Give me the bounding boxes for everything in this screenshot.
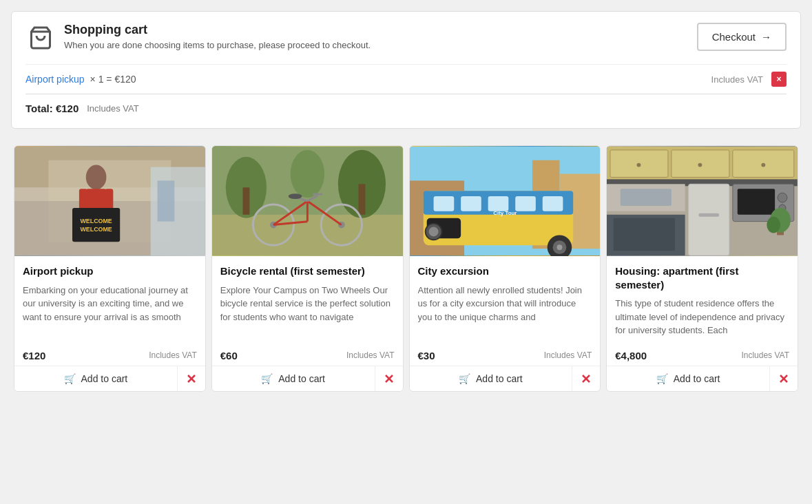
product-body-excursion: City excursion Attention all newly enrol… (410, 256, 601, 343)
svg-rect-80 (614, 218, 675, 251)
product-image-bicycle (212, 146, 403, 256)
add-to-cart-label-airport: Add to cart (81, 373, 128, 384)
svg-rect-13 (158, 180, 175, 221)
product-price-row-excursion: €30 Includes VAT (410, 343, 601, 366)
product-vat-excursion: Includes VAT (544, 350, 592, 360)
remove-x-icon-airport (187, 374, 196, 384)
svg-point-34 (288, 193, 302, 199)
product-body-airport: Airport pickup Embarking on your educati… (14, 256, 205, 343)
checkout-arrow-icon: → (761, 31, 771, 43)
svg-rect-21 (358, 184, 365, 214)
svg-point-53 (556, 244, 562, 250)
cart-total-label: Total: €120 (25, 103, 79, 114)
svg-point-50 (428, 227, 438, 237)
cart-btn-icon-apartment: 🛒 (656, 373, 668, 384)
product-image-bus: City Tour (410, 146, 601, 256)
svg-rect-46 (515, 196, 536, 211)
product-cart-row-apartment: 🛒 Add to cart (607, 366, 798, 391)
product-vat-airport: Includes VAT (149, 350, 197, 360)
remove-from-cart-button-apartment[interactable] (770, 366, 798, 391)
product-card-housing-apartment: Housing: apartment (first semester) This… (606, 145, 798, 392)
products-grid: WELCOME WELCOME Airport pickup Embarking… (11, 145, 801, 392)
checkout-label: Checkout (712, 31, 756, 43)
product-price-airport: €120 (23, 350, 45, 361)
cart-item-left: Airport pickup × 1 = €120 (25, 74, 136, 85)
product-body-bicycle: Bicycle rental (first semester) Explore … (212, 256, 403, 343)
product-cart-row-bicycle: 🛒 Add to cart (212, 366, 403, 391)
add-to-cart-button-airport[interactable]: 🛒 Add to cart (14, 366, 178, 391)
product-price-row-apartment: €4,800 Includes VAT (607, 343, 798, 366)
cart-btn-icon-excursion: 🛒 (459, 373, 470, 384)
cart-item-row: Airport pickup × 1 = €120 Includes VAT × (25, 64, 787, 94)
product-vat-bicycle: Includes VAT (346, 350, 395, 360)
product-desc-bicycle: Explore Your Campus on Two Wheels Our bi… (220, 284, 395, 337)
svg-point-5 (86, 165, 107, 190)
cart-item-qty: × 1 = €120 (90, 74, 136, 85)
svg-text:WELCOME: WELCOME (80, 226, 112, 233)
page-wrapper: Shopping cart When you are done choosing… (0, 0, 812, 504)
product-cart-row-airport: 🛒 Add to cart (14, 366, 205, 391)
svg-rect-68 (738, 189, 775, 215)
remove-x-icon-apartment (779, 374, 789, 384)
cart-title: Shopping cart (64, 23, 371, 37)
product-price-apartment: €4,800 (615, 350, 647, 361)
add-to-cart-label-apartment: Add to cart (674, 373, 720, 384)
cart-item-name[interactable]: Airport pickup (25, 74, 85, 85)
svg-point-63 (637, 163, 641, 167)
svg-point-65 (762, 163, 766, 167)
product-desc-excursion: Attention all newly enrolled students! J… (418, 284, 592, 337)
svg-rect-47 (542, 196, 563, 211)
product-price-row-bicycle: €60 Includes VAT (212, 343, 403, 366)
remove-x-icon-bicycle (384, 374, 394, 384)
product-price-excursion: €30 (418, 350, 435, 361)
add-to-cart-label-excursion: Add to cart (476, 373, 523, 384)
cart-item-right: Includes VAT × (711, 72, 787, 87)
cart-icon (25, 23, 56, 53)
product-name-apartment: Housing: apartment (first semester) (615, 264, 789, 291)
product-name-bicycle: Bicycle rental (first semester) (220, 264, 395, 278)
svg-point-22 (290, 150, 324, 198)
product-cart-row-excursion: 🛒 Add to cart (410, 366, 601, 391)
cart-subtitle: When you are done choosing items to purc… (64, 40, 371, 50)
product-card-city-excursion: City Tour City excursion Attention all n… (409, 145, 601, 392)
product-price-bicycle: €60 (220, 350, 238, 361)
product-name-excursion: City excursion (418, 264, 592, 278)
cart-header-left: Shopping cart When you are done choosing… (25, 23, 371, 53)
shopping-cart-icon (28, 25, 53, 50)
svg-rect-71 (689, 184, 729, 255)
remove-x-icon-excursion (581, 374, 591, 384)
svg-text:WELCOME: WELCOME (80, 218, 112, 224)
svg-rect-43 (433, 196, 454, 211)
cart-total-vat: Includes VAT (87, 103, 138, 114)
add-to-cart-button-apartment[interactable]: 🛒 Add to cart (607, 366, 770, 391)
svg-point-64 (698, 163, 702, 167)
product-vat-apartment: Includes VAT (741, 350, 789, 360)
svg-point-69 (778, 193, 787, 202)
checkout-button[interactable]: Checkout → (697, 23, 787, 51)
add-to-cart-button-bicycle[interactable]: 🛒 Add to cart (212, 366, 375, 391)
product-image-airport: WELCOME WELCOME (14, 146, 205, 256)
remove-from-cart-button-airport[interactable] (178, 366, 205, 391)
svg-rect-45 (488, 196, 508, 211)
cart-title-block: Shopping cart When you are done choosing… (64, 23, 371, 50)
product-image-apartment (607, 146, 798, 256)
add-to-cart-button-excursion[interactable]: 🛒 Add to cart (410, 366, 573, 391)
svg-rect-19 (242, 187, 249, 215)
cart-header: Shopping cart When you are done choosing… (25, 23, 787, 53)
svg-point-78 (767, 217, 781, 233)
product-card-airport-pickup: WELCOME WELCOME Airport pickup Embarking… (14, 145, 206, 392)
product-price-row-airport: €120 Includes VAT (14, 343, 205, 366)
remove-from-cart-button-excursion[interactable] (572, 366, 600, 391)
add-to-cart-label-bicycle: Add to cart (278, 373, 325, 384)
cart-btn-icon-bicycle: 🛒 (261, 373, 273, 384)
svg-text:City Tour: City Tour (493, 210, 517, 216)
product-desc-apartment: This type of student residence offers th… (615, 297, 789, 337)
cart-item-remove-button[interactable]: × (771, 72, 787, 87)
svg-rect-9 (72, 208, 120, 242)
product-desc-airport: Embarking on your educational journey at… (23, 284, 197, 337)
cart-item-vat: Includes VAT (711, 74, 763, 85)
remove-from-cart-button-bicycle[interactable] (375, 366, 403, 391)
cart-btn-icon-airport: 🛒 (64, 373, 76, 384)
svg-rect-44 (461, 196, 481, 211)
product-card-bicycle-rental: Bicycle rental (first semester) Explore … (211, 145, 404, 392)
